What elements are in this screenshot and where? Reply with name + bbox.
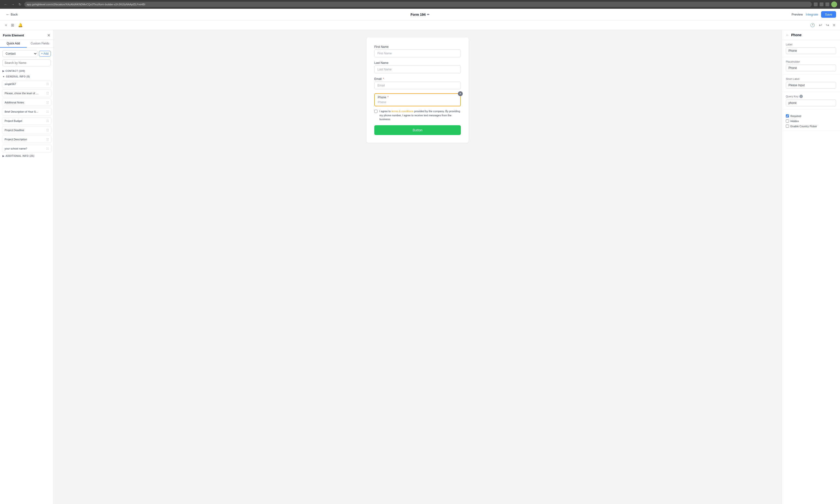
query-key-label-row: Query Key i — [786, 95, 836, 98]
section-additional-info-chevron: ▶ — [2, 155, 5, 157]
field-label-single567: single567 — [5, 83, 16, 86]
field-item-single567[interactable]: single567 ∷ — [2, 80, 51, 88]
browser-icons — [814, 1, 837, 7]
grid-view-btn[interactable]: ⊞ — [10, 22, 15, 29]
section-contact[interactable]: ▶ CONTACT (109) — [0, 68, 53, 74]
submit-button[interactable]: Button — [374, 125, 461, 135]
terms-link[interactable]: terms & conditions — [392, 110, 413, 113]
label-section-label: Label — [786, 43, 836, 46]
integrate-button[interactable]: Integrate — [806, 13, 818, 16]
tab-custom-fields[interactable]: Custom Fields — [27, 40, 53, 48]
contact-selector: Contact + Add — [2, 50, 51, 57]
email-group: Email * — [374, 77, 461, 89]
browser-back-btn[interactable]: ← — [3, 2, 8, 7]
enable-country-picker-label: Enable Country Picker — [790, 125, 817, 128]
drag-handle-additional-notes: ∷ — [47, 101, 49, 104]
enable-country-picker-checkbox[interactable] — [786, 125, 789, 128]
app-header: ← Back Form 194 ✏ Preview Integrate Save — [0, 9, 840, 20]
field-item-brief-desc[interactable]: Brief Description of Your S... ∷ — [2, 108, 51, 115]
last-name-group: Last Name — [374, 61, 461, 73]
field-item-school-name[interactable]: your school name? ∷ — [2, 145, 51, 152]
placeholder-input[interactable] — [786, 65, 836, 71]
field-item-chose-level[interactable]: Please, chose the level of ... ∷ — [2, 89, 51, 97]
last-name-input[interactable] — [374, 66, 461, 73]
email-input[interactable] — [374, 82, 461, 89]
form-title-text: Form 194 — [411, 13, 426, 17]
back-arrow-icon: ← — [6, 12, 10, 17]
contact-dropdown[interactable]: Contact — [2, 50, 37, 57]
email-label: Email * — [374, 77, 461, 80]
hidden-row: Hidden — [786, 120, 836, 123]
save-button[interactable]: Save — [821, 11, 836, 18]
back-button[interactable]: ← Back — [4, 12, 20, 18]
drag-handle-project-description: ∷ — [47, 138, 49, 141]
first-name-label: First Name — [374, 45, 461, 49]
redo-btn[interactable]: ↪ — [825, 22, 830, 29]
history-btn[interactable]: 🕐 — [809, 22, 816, 29]
drag-handle-project-deadline: ∷ — [47, 128, 49, 132]
query-key-info-icon[interactable]: i — [800, 95, 803, 98]
section-general-info[interactable]: ▼ GENERAL INFO (8) — [0, 74, 53, 79]
terms-text: I agree to terms & conditions provided b… — [379, 109, 461, 121]
placeholder-section-label: Placeholder — [786, 60, 836, 63]
terms-before: I agree to — [379, 110, 392, 113]
first-name-input[interactable] — [374, 50, 461, 57]
profile-avatar — [831, 1, 837, 7]
field-item-project-deadline[interactable]: Project Deadline ∷ — [2, 126, 51, 134]
required-checkbox[interactable] — [786, 114, 789, 118]
right-panel: ← Phone Label Placeholder Short Label Qu… — [782, 30, 840, 504]
undo-btn[interactable]: ↩ — [818, 22, 823, 29]
browser-refresh-btn[interactable]: ↻ — [17, 2, 22, 7]
drag-handle-chose-level: ∷ — [47, 91, 49, 95]
url-text: app.gohighlevel.com/v2/location/XAzAhbNK… — [27, 3, 145, 6]
extension-icon-2 — [820, 2, 823, 6]
field-item-project-budget[interactable]: Project Budget ∷ — [2, 117, 51, 125]
header-actions: Preview Integrate Save — [792, 11, 836, 18]
short-label-section: Short Label — [782, 74, 840, 92]
edit-title-icon[interactable]: ✏ — [427, 13, 429, 16]
url-bar: app.gohighlevel.com/v2/location/XAzAhbNK… — [24, 2, 812, 7]
required-hidden-section: Required Hidden Enable Country Picker — [782, 109, 840, 131]
right-panel-title: Phone — [791, 33, 802, 37]
field-label-brief-desc: Brief Description of Your S... — [5, 110, 38, 113]
notifications-btn[interactable]: 🔔 — [17, 22, 24, 29]
section-general-info-chevron: ▼ — [2, 75, 5, 78]
add-element-btn[interactable]: + — [4, 22, 8, 29]
tab-quick-add[interactable]: Quick Add — [0, 40, 27, 48]
drag-handle-single567: ∷ — [47, 82, 49, 86]
drag-handle-school-name: ∷ — [47, 147, 49, 150]
enable-country-picker-row: Enable Country Picker — [786, 125, 836, 128]
hidden-checkbox[interactable] — [786, 120, 789, 123]
phone-input[interactable] — [375, 99, 460, 106]
terms-checkbox[interactable] — [374, 110, 377, 113]
panel-header: Form Element ✕ — [0, 30, 53, 40]
field-item-project-description[interactable]: Project Description ∷ — [2, 136, 51, 143]
required-label: Required — [790, 114, 801, 118]
short-label-input[interactable] — [786, 82, 836, 89]
query-key-input[interactable] — [786, 100, 836, 106]
toolbar-row: + ⊞ 🔔 🕐 ↩ ↪ ≡ — [0, 20, 840, 30]
field-item-additional-notes[interactable]: Additional Notes ∷ — [2, 98, 51, 106]
browser-forward-btn[interactable]: → — [10, 2, 16, 7]
toolbar-right: 🕐 ↩ ↪ ≡ — [809, 22, 836, 29]
preview-button[interactable]: Preview — [792, 13, 803, 16]
browser-bar: ← → ↻ app.gohighlevel.com/v2/location/XA… — [0, 0, 840, 9]
placeholder-section: Placeholder — [782, 57, 840, 74]
settings-btn[interactable]: ≡ — [832, 22, 836, 29]
section-additional-info[interactable]: ▶ ADDITIONAL INFO (25) — [0, 153, 53, 159]
close-phone-field-btn[interactable]: ✕ — [458, 91, 463, 96]
label-input[interactable] — [786, 47, 836, 54]
last-name-label: Last Name — [374, 61, 461, 65]
label-section: Label — [782, 40, 840, 57]
query-key-section-label: Query Key — [786, 95, 799, 98]
close-panel-button[interactable]: ✕ — [47, 33, 50, 38]
extension-icon-1 — [814, 2, 818, 6]
phone-field-wrapper: ✕ Phone * — [374, 93, 461, 106]
right-panel-back-btn[interactable]: ← — [786, 33, 789, 37]
terms-row: I agree to terms & conditions provided b… — [374, 109, 461, 121]
search-input[interactable] — [2, 59, 51, 66]
field-label-additional-notes: Additional Notes — [5, 101, 24, 104]
add-field-button[interactable]: + Add — [39, 51, 51, 57]
field-label-project-description: Project Description — [5, 138, 27, 141]
section-general-info-label: GENERAL INFO (8) — [6, 75, 30, 78]
